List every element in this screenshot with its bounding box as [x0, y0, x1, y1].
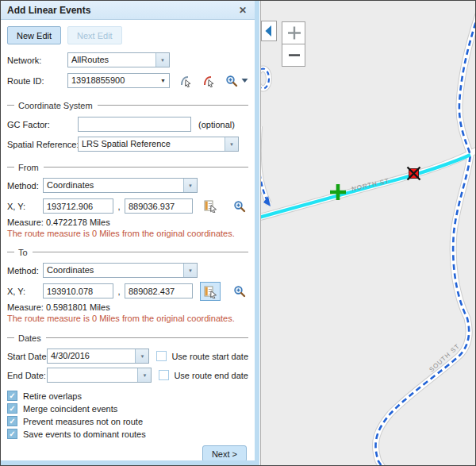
- prevent-measures-label: Prevent measures not on route: [23, 417, 143, 426]
- xy-separator: ,: [113, 202, 125, 211]
- from-y-input[interactable]: [125, 198, 193, 214]
- add-linear-events-panel: Add Linear Events ✕ New Edit Next Edit N…: [1, 1, 255, 465]
- to-measure-text: Measure: 0.5981801 Miles: [7, 302, 248, 312]
- check-icon: ✓: [9, 404, 15, 413]
- map-canvas[interactable]: NORTH ST SOUTH ST: [261, 1, 476, 465]
- network-dropdown[interactable]: AllRoutes ▼: [67, 52, 170, 67]
- gc-factor-label: GC Factor:: [7, 120, 78, 129]
- spatial-reference-label: Spatial Reference:: [7, 140, 78, 149]
- spatial-reference-dropdown-button[interactable]: ▼: [225, 137, 238, 151]
- from-method-dropdown-button[interactable]: ▼: [183, 179, 197, 192]
- start-date-dropdown-button[interactable]: ▼: [135, 349, 148, 363]
- panel-splitter[interactable]: [255, 1, 259, 465]
- retire-overlaps-label: Retire overlaps: [23, 391, 82, 401]
- collapse-panel-button[interactable]: [262, 21, 277, 41]
- zoom-to-from-point-icon[interactable]: [233, 200, 246, 213]
- pick-from-coordinates-icon[interactable]: [204, 199, 217, 213]
- to-y-input[interactable]: [125, 283, 193, 298]
- route-id-combo[interactable]: 13918855900 ▼: [67, 73, 170, 88]
- xy-separator: ,: [113, 287, 125, 296]
- gc-factor-hint: (optional): [198, 120, 235, 129]
- to-method-dropdown-button[interactable]: ▼: [183, 264, 197, 277]
- chevron-down-icon: ▼: [229, 142, 234, 147]
- map-view[interactable]: NORTH ST SOUTH ST: [260, 1, 476, 465]
- chevron-down-icon: ▼: [142, 373, 147, 378]
- panel-titlebar: Add Linear Events ✕: [1, 1, 255, 20]
- new-edit-button[interactable]: New Edit: [7, 26, 61, 44]
- panel-title: Add Linear Events: [7, 5, 237, 16]
- check-icon: ✓: [9, 417, 15, 426]
- save-events-dominant-label: Save events to dominant routes: [23, 429, 146, 439]
- use-route-end-date-checkbox[interactable]: [159, 370, 169, 380]
- check-icon: ✓: [9, 429, 15, 438]
- prevent-measures-checkbox[interactable]: ✓: [7, 416, 17, 426]
- end-date-value: [48, 368, 137, 382]
- app-window: Add Linear Events ✕ New Edit Next Edit N…: [0, 0, 476, 466]
- from-x-input[interactable]: [43, 198, 113, 214]
- to-method-label: Method:: [7, 266, 43, 275]
- coordinate-system-legend: Coordinate System: [18, 101, 93, 110]
- select-route-on-map-icon[interactable]: [179, 75, 192, 87]
- use-route-end-date-label: Use route end date: [174, 371, 248, 380]
- from-method-label: Method:: [7, 181, 43, 191]
- pick-to-coordinates-icon-active[interactable]: [200, 282, 221, 301]
- from-measure-text: Measure: 0.4722178 Miles: [7, 218, 248, 227]
- to-xy-label: X, Y:: [7, 287, 43, 296]
- spatial-reference-dropdown[interactable]: LRS Spatial Reference ▼: [78, 137, 239, 152]
- spatial-reference-value: LRS Spatial Reference: [79, 137, 225, 151]
- next-edit-button[interactable]: Next Edit: [67, 26, 122, 44]
- network-value: AllRoutes: [68, 53, 155, 67]
- merge-coincident-events-checkbox[interactable]: ✓: [7, 403, 17, 414]
- start-date-dropdown[interactable]: 4/30/2016 ▼: [47, 349, 149, 364]
- panel-bottom-border: [1, 460, 255, 465]
- use-route-start-date-checkbox[interactable]: [156, 351, 167, 361]
- from-measure-warning: The route measure is 0 Miles from the or…: [7, 229, 248, 238]
- network-label: Network:: [7, 56, 67, 65]
- to-method-dropdown[interactable]: Coordinates ▼: [43, 263, 198, 278]
- end-date-dropdown-button[interactable]: ▼: [137, 368, 151, 382]
- dates-legend: Dates: [18, 333, 41, 343]
- chevron-down-icon[interactable]: ▼: [160, 78, 166, 83]
- route-id-value: 13918855900: [68, 74, 160, 87]
- select-route-feature-icon[interactable]: [202, 75, 215, 87]
- close-icon[interactable]: ✕: [237, 5, 248, 16]
- zoom-options-chevron-icon[interactable]: [241, 78, 248, 83]
- end-date-label: End Date:: [7, 371, 47, 380]
- panel-content: New Edit Next Edit Network: AllRoutes ▼ …: [1, 26, 255, 462]
- use-route-start-date-label: Use route start date: [171, 352, 248, 361]
- end-date-dropdown[interactable]: ▼: [47, 368, 152, 383]
- start-date-value: 4/30/2016: [48, 349, 135, 363]
- gc-factor-input[interactable]: [78, 117, 191, 132]
- to-measure-warning: The route measure is 0 Miles from the or…: [7, 314, 248, 323]
- merge-coincident-events-label: Merge coincident events: [23, 404, 117, 414]
- chevron-down-icon: ▼: [188, 183, 193, 188]
- to-point-marker[interactable]: [408, 168, 420, 180]
- zoom-to-route-icon[interactable]: [225, 75, 238, 87]
- network-dropdown-button[interactable]: ▼: [155, 53, 169, 67]
- chevron-down-icon: ▼: [160, 58, 165, 63]
- save-events-dominant-checkbox[interactable]: ✓: [7, 429, 17, 439]
- retire-overlaps-checkbox[interactable]: ✓: [7, 391, 17, 401]
- chevron-down-icon: ▼: [188, 268, 193, 273]
- from-method-dropdown[interactable]: Coordinates ▼: [43, 178, 198, 193]
- to-method-value: Coordinates: [44, 264, 183, 277]
- to-legend: To: [18, 248, 28, 257]
- map-background: [261, 1, 476, 465]
- next-button[interactable]: Next >: [202, 445, 247, 462]
- zoom-to-to-point-icon[interactable]: [233, 285, 246, 298]
- start-date-label: Start Date:: [7, 352, 47, 361]
- check-icon: ✓: [9, 391, 15, 400]
- route-id-label: Route ID:: [7, 76, 67, 86]
- from-legend: From: [18, 163, 39, 172]
- from-xy-label: X, Y:: [7, 202, 43, 211]
- chevron-down-icon: ▼: [140, 354, 144, 359]
- zoom-control[interactable]: [282, 22, 305, 67]
- from-method-value: Coordinates: [44, 179, 183, 192]
- to-x-input[interactable]: [43, 283, 113, 298]
